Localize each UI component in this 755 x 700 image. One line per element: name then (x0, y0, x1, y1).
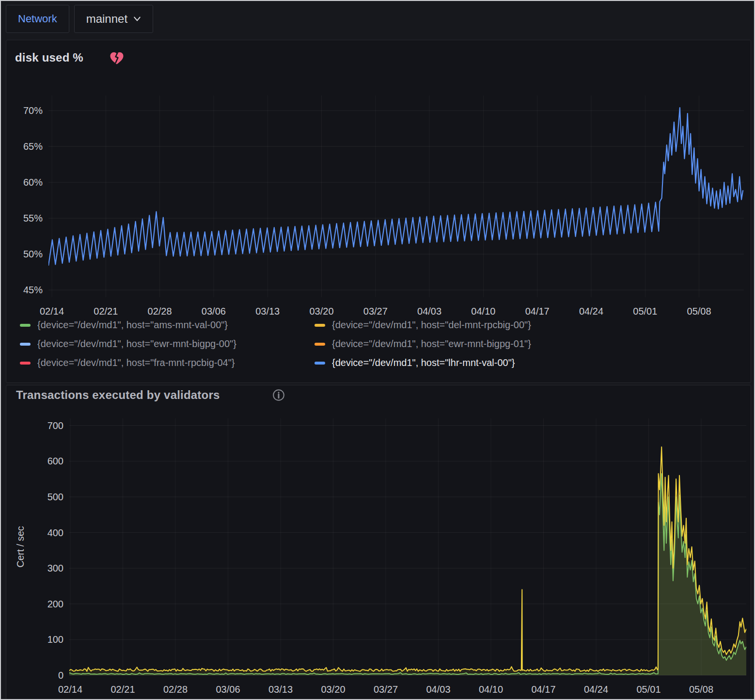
legend-series-swatch (315, 343, 325, 346)
panel-disk-used: disk used % 45%50%55%60%65%70%02/1402/21… (6, 40, 751, 383)
legend-series-swatch (20, 343, 31, 346)
y-axis-tick-label: 400 (47, 527, 63, 538)
transactions-chart[interactable]: 010020030040050060070002/1402/2102/2803/… (6, 385, 751, 700)
panel-transactions: Transactions executed by validators 0100… (6, 385, 751, 700)
y-axis-tick-label: 65% (23, 141, 43, 152)
legend-series-label: {device="/dev/md1", host="ams-mnt-val-00… (37, 319, 228, 331)
x-axis-tick-label: 04/03 (426, 684, 450, 695)
disk-chart-legend: {device="/dev/md1", host="ams-mnt-val-00… (20, 319, 531, 368)
y-axis-tick-label: 500 (47, 492, 63, 502)
series-area-validators-green (68, 474, 746, 675)
grafana-dashboard: { "toolbar": { "network_label": "Network… (0, 0, 755, 700)
x-axis-tick-label: 05/01 (633, 306, 657, 317)
x-axis-tick-label: 03/20 (309, 306, 333, 317)
x-axis-tick-label: 02/28 (163, 684, 188, 695)
y-axis-tick-label: 600 (47, 456, 63, 466)
y-axis-tick-label: 0 (58, 670, 63, 681)
legend-item[interactable]: {device="/dev/md1", host="del-mnt-rpcbig… (315, 319, 531, 331)
x-axis-tick-label: 02/28 (148, 306, 172, 317)
x-axis-tick-label: 02/21 (110, 684, 135, 695)
series-line-validators-green (68, 474, 746, 674)
legend-series-swatch (20, 362, 31, 365)
legend-item[interactable]: {device="/dev/md1", host="ewr-mnt-bigpg-… (20, 338, 311, 350)
x-axis-tick-label: 04/10 (471, 306, 495, 317)
x-axis-tick-label: 03/27 (363, 306, 388, 317)
dashboard-variable-toolbar: Network mainnet (6, 5, 153, 33)
legend-item[interactable]: {device="/dev/md1", host="ams-mnt-val-00… (20, 319, 311, 331)
x-axis-tick-label: 03/20 (321, 684, 345, 695)
x-axis-tick-label: 02/14 (40, 306, 64, 317)
series-line-{device="/dev/md1", host="lhr-mnt-val-00"} (48, 108, 743, 266)
legend-item[interactable]: {device="/dev/md1", host="fra-mnt-rpcbig… (20, 357, 311, 368)
x-axis-tick-label: 04/24 (579, 306, 603, 317)
legend-series-swatch (315, 362, 325, 365)
legend-item[interactable]: {device="/dev/md1", host="lhr-mnt-val-00… (315, 357, 531, 368)
y-axis-tick-label: 200 (47, 599, 63, 609)
legend-item[interactable]: {device="/dev/md1", host="ewr-mnt-bigpg-… (315, 338, 531, 350)
legend-series-label: {device="/dev/md1", host="fra-mnt-rpcbig… (37, 357, 235, 368)
legend-series-label: {device="/dev/md1", host="del-mnt-rpcbig… (332, 319, 531, 331)
x-axis-tick-label: 04/17 (525, 306, 550, 317)
y-axis-tick-label: 70% (23, 105, 43, 116)
network-variable-dropdown[interactable]: mainnet (74, 5, 153, 33)
series-line-validators-yellow (68, 447, 746, 671)
x-axis-tick-label: 03/13 (268, 684, 293, 695)
y-axis-tick-label: 300 (47, 563, 63, 573)
y-axis-tick-label: 700 (47, 420, 63, 431)
x-axis-tick-label: 04/03 (417, 306, 441, 317)
x-axis-tick-label: 03/06 (202, 306, 226, 317)
chevron-down-icon (133, 16, 141, 22)
legend-series-swatch (315, 324, 325, 327)
x-axis-tick-label: 05/08 (687, 306, 711, 317)
x-axis-tick-label: 03/06 (216, 684, 240, 695)
y-axis-tick-label: 100 (47, 634, 63, 645)
x-axis-tick-label: 02/21 (94, 306, 118, 317)
network-label-text: Network (18, 13, 57, 25)
y-axis-tick-label: 50% (23, 249, 43, 259)
x-axis-tick-label: 03/27 (374, 684, 398, 695)
y-axis-tick-label: 60% (23, 177, 43, 188)
x-axis-tick-label: 03/13 (255, 306, 280, 317)
x-axis-tick-label: 04/10 (479, 684, 503, 695)
x-axis-tick-label: 05/08 (689, 684, 713, 695)
legend-series-label: {device="/dev/md1", host="ewr-mnt-bigpg-… (332, 338, 531, 350)
x-axis-tick-label: 04/24 (584, 684, 608, 695)
legend-series-label: {device="/dev/md1", host="lhr-mnt-val-00… (332, 357, 515, 368)
legend-series-label: {device="/dev/md1", host="ewr-mnt-bigpg-… (37, 338, 236, 350)
x-axis-tick-label: 02/14 (58, 684, 82, 695)
y-axis-title: Cert / sec (15, 526, 26, 568)
network-value-text: mainnet (86, 12, 127, 26)
y-axis-tick-label: 55% (23, 213, 43, 223)
y-axis-tick-label: 45% (23, 285, 43, 295)
x-axis-tick-label: 05/01 (636, 684, 661, 695)
legend-series-swatch (20, 324, 31, 327)
network-variable-label: Network (6, 5, 69, 33)
series-area-validators-yellow (68, 447, 746, 675)
x-axis-tick-label: 04/17 (531, 684, 555, 695)
